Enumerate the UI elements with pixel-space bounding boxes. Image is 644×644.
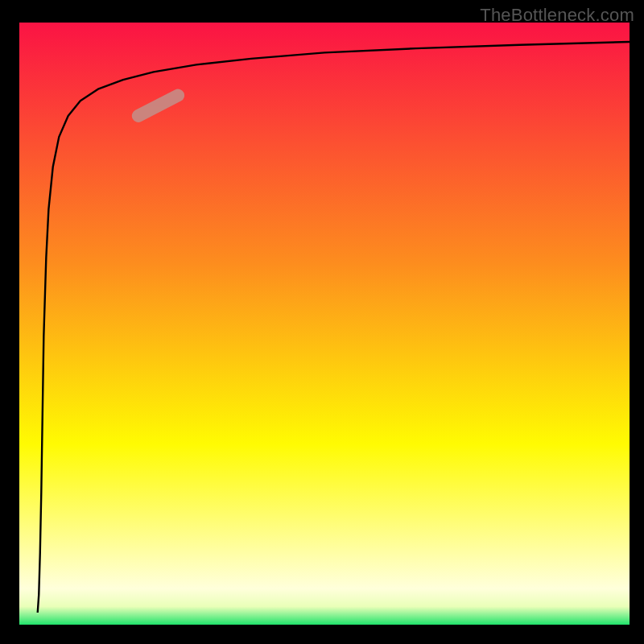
watermark: TheBottleneck.com	[480, 5, 634, 26]
bottleneck-chart	[0, 0, 644, 644]
plot-area	[19, 23, 630, 625]
chart-container: TheBottleneck.com	[0, 0, 644, 644]
